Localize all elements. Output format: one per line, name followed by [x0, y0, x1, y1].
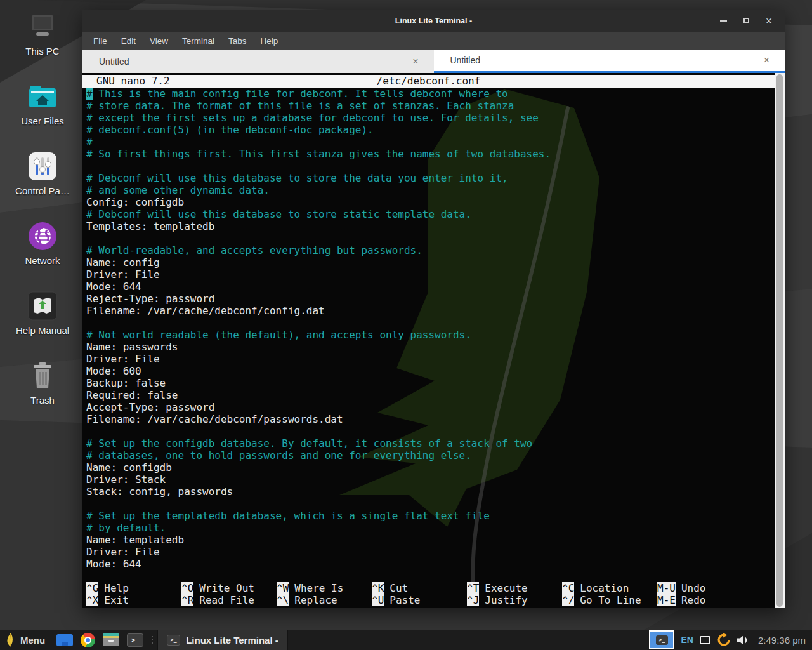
terminal-line[interactable]: # So first things first. This first stan… — [86, 148, 775, 160]
tray-terminal-indicator[interactable]: >_ — [649, 630, 674, 649]
nano-shortcut[interactable]: ^JJustify — [467, 594, 562, 606]
terminal-line[interactable]: # Set up the templatedb database, which … — [86, 510, 775, 522]
terminal-line[interactable]: Required: false — [86, 389, 775, 401]
nano-shortcut[interactable]: ^RRead File — [181, 594, 277, 606]
shortcut-label: Redo — [681, 594, 706, 606]
nano-shortcut[interactable]: ^UPaste — [372, 594, 467, 606]
terminal-content[interactable]: GNU nano 7.2 /etc/debconf.conf # This is… — [82, 73, 775, 608]
terminal-line[interactable]: Mode: 644 — [86, 281, 775, 293]
menu-tabs[interactable]: Tabs — [221, 36, 254, 46]
shortcut-key: ^R — [181, 594, 193, 606]
maximize-button[interactable] — [739, 14, 753, 28]
terminal-line[interactable]: Filename: /var/cache/debconf/passwords.d… — [86, 413, 775, 425]
nano-shortcut[interactable]: M-ERedo — [657, 594, 705, 606]
display-settings-icon[interactable] — [700, 636, 710, 644]
menu-view[interactable]: View — [143, 36, 175, 46]
terminal-line[interactable]: Backup: false — [86, 377, 775, 389]
nano-shortcut[interactable]: ^GHelp — [86, 582, 181, 594]
terminal-line[interactable]: # This is the main config file for debco… — [86, 88, 775, 100]
terminal-line[interactable]: # — [86, 136, 775, 148]
desktop-icon-user-files[interactable]: User Files — [4, 81, 81, 151]
nano-shortcut[interactable]: ^/Go To Line — [562, 594, 657, 606]
tab-untitled-1[interactable]: Untitled × — [82, 50, 434, 73]
terminal-line[interactable]: Stack: config, passwords — [86, 486, 775, 498]
menu-terminal[interactable]: Terminal — [175, 36, 221, 46]
terminal-line[interactable] — [86, 317, 775, 329]
terminal-lines[interactable]: # This is the main config file for debco… — [82, 88, 775, 570]
terminal-line[interactable] — [86, 160, 775, 172]
desktop-icon-trash[interactable]: Trash — [4, 361, 81, 430]
terminal-line[interactable]: Mode: 644 — [86, 558, 775, 570]
terminal-launcher[interactable]: >_ — [127, 633, 143, 647]
archive-launcher[interactable] — [103, 633, 119, 646]
file-manager-launcher[interactable] — [56, 634, 73, 646]
keyboard-layout-indicator[interactable]: EN — [681, 635, 693, 645]
scrollbar-thumb[interactable] — [776, 74, 783, 607]
clock[interactable]: 2:49:36 pm — [758, 635, 806, 646]
tab-close-icon[interactable]: × — [761, 55, 772, 66]
terminal-line[interactable]: # Debconf will use this database to stor… — [86, 172, 775, 184]
nano-shortcut[interactable]: ^TExecute — [467, 582, 562, 594]
nano-shortcut[interactable]: ^XExit — [86, 594, 181, 606]
taskbar-window-label: Linux Lite Terminal - — [186, 635, 278, 646]
shortcut-key: ^T — [467, 582, 479, 594]
desktop-icon-network[interactable]: Network — [4, 221, 81, 291]
terminal-line[interactable]: # World-readable, and accepts everything… — [86, 244, 775, 256]
terminal-line[interactable]: Reject-Type: password — [86, 293, 775, 305]
taskbar-window-button[interactable]: >_ Linux Lite Terminal - — [157, 630, 288, 650]
terminal-line[interactable]: Driver: File — [86, 269, 775, 281]
menu-button[interactable] — [6, 633, 15, 647]
terminal-line[interactable]: # debconf.conf(5) (in the debconf-doc pa… — [86, 124, 775, 136]
volume-icon[interactable] — [737, 635, 749, 646]
terminal-line[interactable] — [86, 498, 775, 510]
terminal-line[interactable]: Config: configdb — [86, 196, 775, 208]
terminal-line[interactable]: Driver: File — [86, 353, 775, 365]
chrome-launcher[interactable] — [81, 633, 95, 647]
nano-shortcut[interactable]: ^CLocation — [562, 582, 657, 594]
menu-edit[interactable]: Edit — [114, 36, 143, 46]
terminal-line[interactable]: # and some other dynamic data. — [86, 184, 775, 196]
desktop-icon-help-manual[interactable]: Help Manual — [4, 291, 81, 361]
shortcut-label: Write Out — [199, 582, 254, 594]
terminal-line[interactable]: # store data. The format of this file is… — [86, 100, 775, 112]
nano-shortcut[interactable]: ^OWrite Out — [181, 582, 277, 594]
terminal-line[interactable]: # Set up the configdb database. By defau… — [86, 437, 775, 449]
terminal-line[interactable]: Accept-Type: password — [86, 401, 775, 413]
terminal-line[interactable]: # Not world readable (the default), and … — [86, 329, 775, 341]
close-button[interactable]: × — [762, 14, 776, 28]
desktop-icon-this-pc[interactable]: This PC — [4, 11, 81, 81]
tab-untitled-2[interactable]: Untitled × — [434, 50, 785, 73]
terminal-line[interactable]: Name: config — [86, 256, 775, 269]
terminal-window: Linux Lite Terminal - × FileEditViewTerm… — [82, 10, 785, 608]
terminal-line[interactable]: Name: passwords — [86, 341, 775, 353]
menu-file[interactable]: File — [86, 36, 114, 46]
desktop-icon-control-panel[interactable]: Control Pa… — [4, 151, 81, 221]
nano-shortcut[interactable]: ^\Replace — [277, 594, 372, 606]
minimize-button[interactable] — [716, 14, 730, 28]
menu-button-label[interactable]: Menu — [20, 635, 45, 646]
shortcut-key: ^U — [372, 594, 384, 606]
tab-close-icon[interactable]: × — [410, 56, 421, 67]
terminal-line[interactable]: Templates: templatedb — [86, 220, 775, 232]
terminal-line[interactable]: Filename: /var/cache/debconf/config.dat — [86, 305, 775, 317]
scrollbar-track[interactable] — [775, 73, 785, 608]
shortcut-row-1: ^GHelp^OWrite Out^WWhere Is^KCut^TExecut… — [86, 582, 775, 594]
nano-shortcut[interactable]: ^KCut — [372, 582, 467, 594]
nano-shortcut[interactable]: M-UUndo — [657, 582, 705, 594]
terminal-line[interactable]: # except the first sets up a database fo… — [86, 112, 775, 124]
window-titlebar[interactable]: Linux Lite Terminal - × — [82, 10, 785, 32]
terminal-line[interactable]: Driver: File — [86, 546, 775, 558]
terminal-line[interactable]: Name: configdb — [86, 461, 775, 474]
terminal-line[interactable]: # Debconf will use this database to stor… — [86, 208, 775, 220]
terminal-line[interactable] — [86, 425, 775, 437]
terminal-line[interactable] — [86, 232, 775, 244]
taskbar-separator-handle[interactable] — [150, 633, 155, 646]
terminal-line[interactable]: # by default. — [86, 522, 775, 534]
terminal-line[interactable]: Name: templatedb — [86, 534, 775, 546]
nano-shortcut[interactable]: ^WWhere Is — [277, 582, 372, 594]
terminal-line[interactable]: # databases, one to hold passwords and o… — [86, 449, 775, 461]
terminal-line[interactable]: Mode: 600 — [86, 365, 775, 377]
menu-help[interactable]: Help — [254, 36, 285, 46]
updates-icon[interactable] — [717, 633, 731, 647]
terminal-line[interactable]: Driver: Stack — [86, 474, 775, 486]
